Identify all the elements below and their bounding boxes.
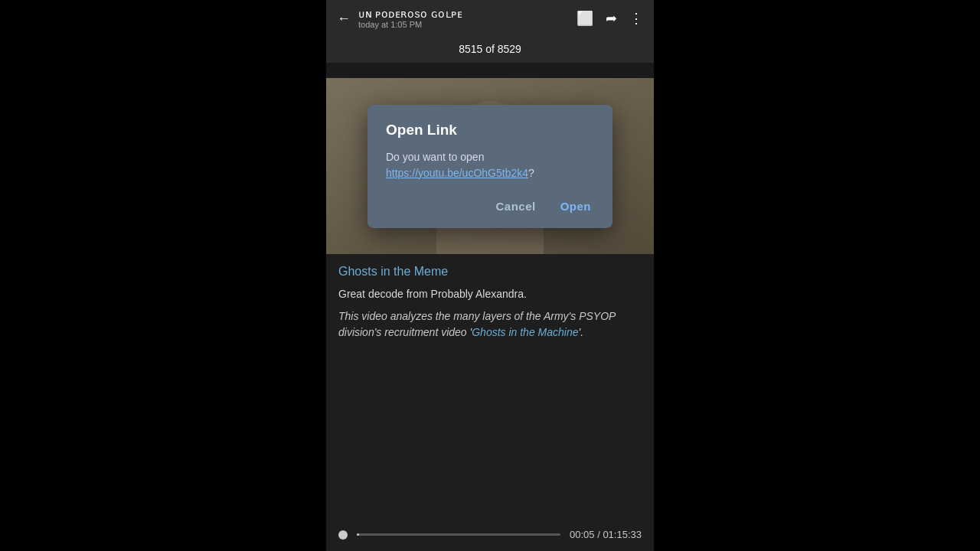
- message-time: today at 1:05 PM: [358, 20, 462, 29]
- playback-time: 00:05 / 01:15:33: [570, 529, 642, 540]
- title-group: ᴜɴ ᴘᴏᴅᴇʀᴏsᴏ ɢᴏʟᴘᴇ today at 1:05 PM: [358, 8, 462, 29]
- back-button[interactable]: ←: [337, 11, 351, 25]
- dialog-link[interactable]: https://youtu.be/ucOhG5tb2k4: [386, 167, 528, 179]
- dark-spacer: [326, 63, 654, 78]
- more-options-icon[interactable]: ⋮: [629, 11, 643, 25]
- para2-suffix: '.: [579, 326, 584, 338]
- top-bar: ← ᴜɴ ᴘᴏᴅᴇʀᴏsᴏ ɢᴏʟᴘᴇ today at 1:05 PM ⬜ ➦…: [326, 0, 654, 35]
- dialog-overlay: Open Link Do you want to open https://yo…: [326, 78, 654, 254]
- message-counter: 8515 of 8529: [459, 43, 521, 55]
- progress-track[interactable]: [357, 533, 560, 536]
- content-area: Ghosts in the Meme Great decode from Pro…: [326, 254, 654, 520]
- content-paragraph2: This video analyzes the many layers of t…: [338, 308, 642, 341]
- dialog-body: Do you want to open https://youtu.be/ucO…: [386, 149, 594, 181]
- open-button[interactable]: Open: [557, 197, 594, 216]
- share-icon[interactable]: ➦: [606, 11, 617, 25]
- content-paragraph1: Great decode from Probably Alexandra.: [338, 286, 642, 302]
- cancel-button[interactable]: Cancel: [492, 197, 538, 216]
- dialog-body-suffix: ?: [528, 167, 534, 179]
- video-title: Ghosts in the Meme: [338, 265, 642, 279]
- current-time: 00:05: [570, 529, 595, 540]
- playhead-circle[interactable]: [338, 530, 348, 540]
- screen-icon[interactable]: ⬜: [577, 11, 593, 25]
- progress-bar-area: 00:05 / 01:15:33: [326, 520, 654, 551]
- dialog-actions: Cancel Open: [386, 197, 594, 216]
- video-area: Open Link Do you want to open https://yo…: [326, 78, 654, 254]
- chat-name: ᴜɴ ᴘᴏᴅᴇʀᴏsᴏ ɢᴏʟᴘᴇ: [358, 8, 462, 20]
- total-time: 01:15:33: [603, 529, 642, 540]
- phone-frame: ← ᴜɴ ᴘᴏᴅᴇʀᴏsᴏ ɢᴏʟᴘᴇ today at 1:05 PM ⬜ ➦…: [326, 0, 654, 551]
- top-bar-left: ← ᴜɴ ᴘᴏᴅᴇʀᴏsᴏ ɢᴏʟᴘᴇ today at 1:05 PM: [337, 8, 462, 29]
- open-link-dialog: Open Link Do you want to open https://yo…: [368, 105, 612, 228]
- counter-bar: 8515 of 8529: [326, 35, 654, 63]
- dialog-title: Open Link: [386, 122, 594, 139]
- progress-fill: [357, 533, 359, 536]
- content-inline-link[interactable]: Ghosts in the Machine: [472, 326, 578, 338]
- dialog-body-prefix: Do you want to open: [386, 151, 484, 163]
- top-bar-icons: ⬜ ➦ ⋮: [577, 11, 643, 25]
